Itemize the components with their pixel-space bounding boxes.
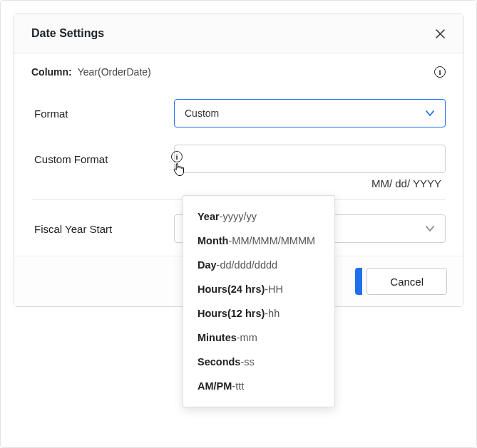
format-label: Format (31, 108, 174, 120)
app-frame: Date Settings Column: Year(OrderDate) Fo… (0, 0, 477, 448)
popover-item: Day-dd/ddd/dddd (183, 253, 334, 277)
popover-item: Year-yyyy/yy (183, 204, 334, 229)
format-hint: MM/ dd/ YYYY (31, 177, 446, 189)
dialog-header: Date Settings (14, 14, 463, 53)
info-icon[interactable] (434, 66, 446, 78)
close-button[interactable] (434, 28, 446, 39)
custom-format-row: Custom Format (31, 145, 446, 173)
pointer-cursor-icon (173, 162, 185, 177)
ok-button[interactable] (355, 268, 362, 295)
cancel-button[interactable]: Cancel (366, 268, 447, 295)
custom-format-info-icon[interactable] (171, 151, 183, 162)
column-value: Year(OrderDate) (78, 66, 151, 78)
custom-format-input[interactable] (174, 145, 446, 173)
popover-item: Minutes-mm (183, 325, 334, 350)
chevron-down-icon (425, 224, 435, 234)
popover-item: Hours(24 hrs)-HH (183, 277, 334, 301)
popover-item: Seconds-ss (183, 350, 334, 374)
dialog-title: Date Settings (31, 27, 104, 40)
column-label: Column: (31, 66, 72, 78)
popover-item: Month-MM/MMM/MMMM (183, 229, 334, 253)
format-select[interactable]: Custom (174, 99, 446, 127)
popover-item: Hours(12 hrs)-hh (183, 301, 334, 325)
fiscal-year-label: Fiscal Year Start (31, 223, 174, 235)
format-select-value: Custom (185, 108, 219, 119)
close-icon (436, 29, 445, 38)
custom-format-label: Custom Format (31, 153, 174, 165)
format-row: Format Custom (31, 99, 446, 127)
popover-item: AM/PM-ttt (183, 374, 334, 398)
format-help-popover: Year-yyyy/yyMonth-MM/MMM/MMMMDay-dd/ddd/… (183, 195, 335, 407)
column-row: Column: Year(OrderDate) (31, 66, 446, 78)
chevron-down-icon (425, 108, 435, 118)
